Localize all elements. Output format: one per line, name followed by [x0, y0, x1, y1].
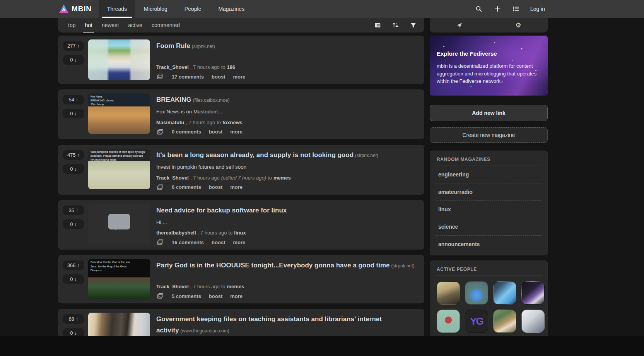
preview-image-icon[interactable] [156, 239, 164, 246]
thread-thumbnail[interactable] [88, 313, 150, 336]
preview-image-icon[interactable] [156, 128, 164, 135]
add-new-link-button[interactable]: Add new link [430, 105, 548, 121]
thread-title[interactable]: BREAKING [156, 96, 191, 103]
thread-magazine[interactable]: foxnews [222, 120, 243, 125]
thread-thumbnail[interactable]: Fox News BREAKING: chomp 15x chomp [88, 93, 150, 134]
thread-title[interactable]: It's been a long season already, and sup… [156, 151, 354, 159]
sidebar-magazine-link[interactable]: engineering [436, 166, 542, 183]
list-menu-icon[interactable] [509, 2, 523, 15]
thread-author[interactable]: therealbabyshell [156, 230, 196, 236]
comments-link[interactable]: 17 comments [172, 74, 204, 80]
thumbnail-text: Fox News BREAKING: chomp 15x chomp [88, 93, 150, 108]
thread-magazine[interactable]: linux [234, 230, 246, 236]
upvote-button[interactable]: 475↑ [63, 150, 84, 160]
downvote-button[interactable]: 0↓ [63, 219, 84, 229]
thread-title[interactable]: Foom Rule [156, 42, 190, 50]
thread-magazine[interactable]: 196 [227, 64, 236, 70]
more-link[interactable]: more [230, 293, 243, 299]
sort-tab-active[interactable]: active [123, 18, 147, 33]
thread-content: Government keeping files on teaching ass… [156, 313, 420, 336]
comments-link[interactable]: 5 comments [172, 293, 201, 299]
table-view-icon[interactable] [373, 21, 382, 29]
random-magazines-panel: RANDOM MAGAZINES engineering amateurradi… [430, 151, 548, 255]
more-link[interactable]: more [233, 240, 245, 245]
user-avatar[interactable] [465, 281, 488, 305]
boost-link[interactable]: boost [209, 293, 222, 299]
nav-tab-magazines[interactable]: Magazines [210, 0, 253, 18]
sort-tab-hot[interactable]: hot [80, 18, 97, 33]
upvote-button[interactable]: 68↑ [63, 314, 84, 324]
preview-image-icon[interactable] [156, 184, 164, 191]
preview-image-icon[interactable] [156, 293, 164, 300]
downvote-button[interactable]: 0↓ [63, 109, 84, 118]
thread-domain[interactable]: (slrpnk.net) [192, 44, 215, 49]
comments-link[interactable]: 16 comments [172, 240, 204, 245]
sort-tab-top[interactable]: top [63, 18, 80, 33]
login-button[interactable]: Log in [528, 6, 547, 12]
boost-link[interactable]: boost [212, 240, 225, 245]
user-avatar[interactable] [493, 310, 516, 333]
thread-magazine[interactable]: memes [227, 284, 244, 289]
thread-title[interactable]: Party God is in the HOOUUSE tonight...Ev… [156, 262, 390, 269]
settings-gear-icon[interactable]: ⚙ [514, 21, 523, 30]
more-link[interactable]: more [230, 184, 243, 190]
sidebar-magazine-link[interactable]: announcements [436, 236, 542, 253]
up-arrow-icon: ↑ [77, 152, 80, 158]
downvote-button[interactable]: 0↓ [63, 274, 84, 284]
thread-domain[interactable]: (slrpnk.net) [391, 263, 415, 269]
create-new-magazine-button[interactable]: Create new magazine [430, 127, 548, 143]
upvote-button[interactable]: 366↑ [63, 260, 84, 270]
upvote-button[interactable]: 277↑ [63, 41, 84, 51]
user-avatar[interactable]: YG [465, 310, 488, 333]
nav-tab-microblog[interactable]: Microblog [135, 0, 176, 18]
downvote-button[interactable]: 0↓ [63, 164, 84, 174]
sidebar-magazine-link[interactable]: science [436, 218, 542, 236]
boost-link[interactable]: boost [209, 129, 222, 135]
nav-tab-people[interactable]: People [176, 0, 210, 18]
thread-magazine[interactable]: memes [273, 175, 291, 181]
boost-link[interactable]: boost [209, 184, 222, 190]
downvote-button[interactable]: 0↓ [63, 55, 84, 65]
comments-link[interactable]: 6 comments [172, 184, 201, 190]
to-label: to [221, 64, 225, 70]
search-icon[interactable] [472, 2, 485, 15]
more-link[interactable]: more [233, 74, 245, 80]
user-avatar[interactable] [437, 310, 460, 333]
thread-author[interactable]: Track_Shovel [156, 175, 189, 181]
thread-thumbnail[interactable]: Wild pumpkins drained of their spice by … [88, 149, 150, 189]
thread-domain[interactable]: (files.catbox.moe) [193, 98, 230, 103]
upvote-count: 54 [69, 97, 74, 103]
sort-tab-commented[interactable]: commented [147, 18, 184, 33]
sidebar-magazine-link[interactable]: amateurradio [436, 183, 542, 201]
user-avatar[interactable] [521, 281, 545, 305]
preview-image-icon[interactable] [156, 73, 164, 80]
thread-author[interactable]: Track_Shovel [156, 284, 189, 289]
send-icon[interactable] [454, 21, 464, 30]
thread-thumbnail[interactable] [88, 204, 150, 245]
thread-card: 277↑ 0↓ Foom Rule(slrpnk.net) [58, 36, 424, 84]
nav-tab-threads[interactable]: Threads [99, 0, 135, 18]
more-link[interactable]: more [230, 129, 243, 135]
thread-domain[interactable]: (slrpnk.net) [355, 153, 378, 158]
add-new-icon[interactable] [491, 2, 504, 15]
user-avatar[interactable] [521, 310, 545, 333]
boost-link[interactable]: boost [212, 74, 225, 80]
upvote-button[interactable]: 54↑ [63, 95, 84, 104]
thread-thumbnail[interactable] [88, 39, 150, 80]
downvote-button[interactable]: 0↓ [63, 328, 84, 336]
thread-author[interactable]: Masimatutu [156, 120, 184, 125]
mbin-logo[interactable]: MBIN [59, 0, 92, 18]
mbin-logo-icon [59, 4, 69, 14]
filter-funnel-icon[interactable] [409, 21, 417, 29]
thread-title[interactable]: Need advice for backup software for linu… [156, 207, 287, 214]
thread-author[interactable]: Track_Shovel [156, 64, 189, 70]
user-avatar[interactable] [437, 281, 460, 305]
user-avatar[interactable] [493, 281, 516, 305]
comments-link[interactable]: 0 comments [172, 129, 201, 135]
sort-tab-newest[interactable]: newest [97, 18, 123, 33]
upvote-button[interactable]: 35↑ [63, 205, 84, 215]
sidebar-magazine-link[interactable]: linux [436, 201, 542, 218]
thread-domain[interactable]: (www.theguardian.com) [181, 328, 229, 334]
sort-order-icon[interactable] [391, 21, 400, 29]
thread-thumbnail[interactable]: Poseidon: I'm the God of the sea Zeus: I… [88, 259, 150, 300]
